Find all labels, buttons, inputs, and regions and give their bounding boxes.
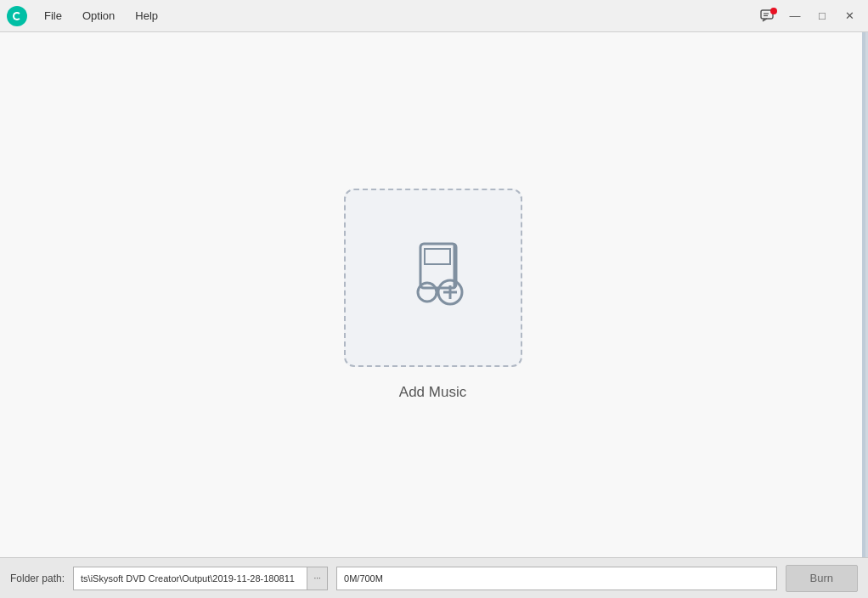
title-bar: File Option Help — □ ✕ [0, 0, 868, 32]
menu-file[interactable]: File [36, 6, 70, 25]
right-border-accent [862, 32, 865, 557]
music-note-icon [378, 223, 488, 333]
add-music-label: Add Music [399, 384, 466, 401]
menu-option[interactable]: Option [74, 6, 123, 25]
add-music-drop-zone[interactable] [344, 189, 522, 367]
app-logo-icon [13, 12, 21, 20]
title-bar-controls: — □ ✕ [756, 6, 861, 26]
music-icon-container [378, 223, 488, 333]
burn-button[interactable]: Burn [786, 565, 858, 592]
main-content: Add Music [0, 32, 868, 557]
minimize-button[interactable]: — [783, 6, 807, 26]
folder-path-text: ts\iSkysoft DVD Creator\Output\2019-11-2… [81, 573, 320, 584]
close-button[interactable]: ✕ [837, 6, 861, 26]
folder-path-label: Folder path: [10, 573, 65, 584]
add-music-area: Add Music [344, 189, 522, 401]
notification-button[interactable] [756, 6, 780, 26]
app-logo [7, 6, 27, 26]
svg-rect-4 [425, 249, 450, 264]
menu-help[interactable]: Help [127, 6, 166, 25]
folder-path-input[interactable]: ts\iSkysoft DVD Creator\Output\2019-11-2… [73, 567, 328, 590]
status-bar: Folder path: ts\iSkysoft DVD Creator\Out… [0, 557, 868, 598]
folder-path-browse-button[interactable]: ··· [307, 567, 327, 590]
maximize-button[interactable]: □ [810, 6, 834, 26]
svg-point-6 [418, 283, 437, 302]
menu-bar: File Option Help [36, 6, 756, 25]
notification-badge [770, 8, 777, 14]
size-indicator: 0M/700M [336, 567, 776, 590]
